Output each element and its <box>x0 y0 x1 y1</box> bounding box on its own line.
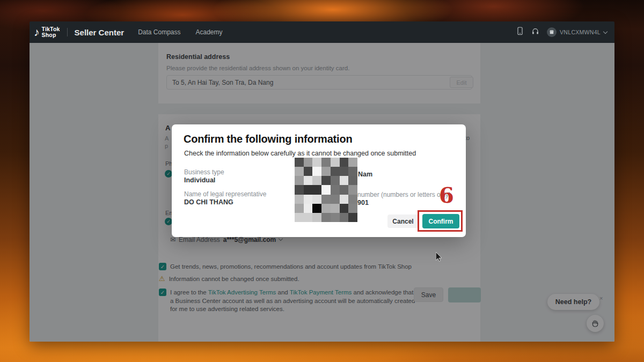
account-menu[interactable]: VNLCXMWN4L <box>547 27 607 37</box>
legal-representative-value: DO CHI THANG <box>184 198 233 206</box>
tiktok-shop-logo[interactable]: ♪ TikTok Shop <box>34 26 60 38</box>
annotation-highlight-box <box>418 210 463 232</box>
mouse-cursor <box>436 252 442 264</box>
legal-representative-label: Name of legal representative <box>184 190 266 198</box>
nav-data-compass[interactable]: Data Compass <box>138 28 180 36</box>
support-headset-icon[interactable] <box>531 27 539 38</box>
shop-avatar-icon <box>547 27 557 37</box>
desktop: { "header": { "brand_line1": "TikTok", "… <box>0 0 644 362</box>
divider <box>67 28 68 36</box>
mobile-app-icon[interactable] <box>516 27 524 38</box>
id-number-value-fragment: 901 <box>357 199 369 206</box>
business-type-value: Individual <box>184 176 215 184</box>
annotation-step-number: 6 <box>439 182 454 208</box>
modal-subtitle: Check the information below carefully as… <box>184 150 416 157</box>
chevron-down-icon <box>603 29 608 33</box>
business-type-label: Business type <box>184 168 224 176</box>
account-id: VNLCXMWN4L <box>560 29 601 35</box>
nav-academy[interactable]: Academy <box>196 28 223 36</box>
page-content: Residential address Please provide the r… <box>30 43 614 342</box>
top-navigation-bar: ♪ TikTok Shop Seller Center Data Compass… <box>30 21 614 43</box>
seller-center-window: ♪ TikTok Shop Seller Center Data Compass… <box>30 21 614 342</box>
confirm-information-modal: Confirm the following information Check … <box>172 124 466 237</box>
cancel-button[interactable]: Cancel <box>387 215 419 228</box>
modal-title: Confirm the following information <box>184 133 352 145</box>
country-value-fragment: Nam <box>358 171 372 178</box>
tiktok-note-icon: ♪ <box>34 27 40 38</box>
nav-seller-center[interactable]: Seller Center <box>75 28 125 37</box>
censor-mosaic <box>295 158 357 222</box>
brand-text: TikTok Shop <box>42 26 60 38</box>
